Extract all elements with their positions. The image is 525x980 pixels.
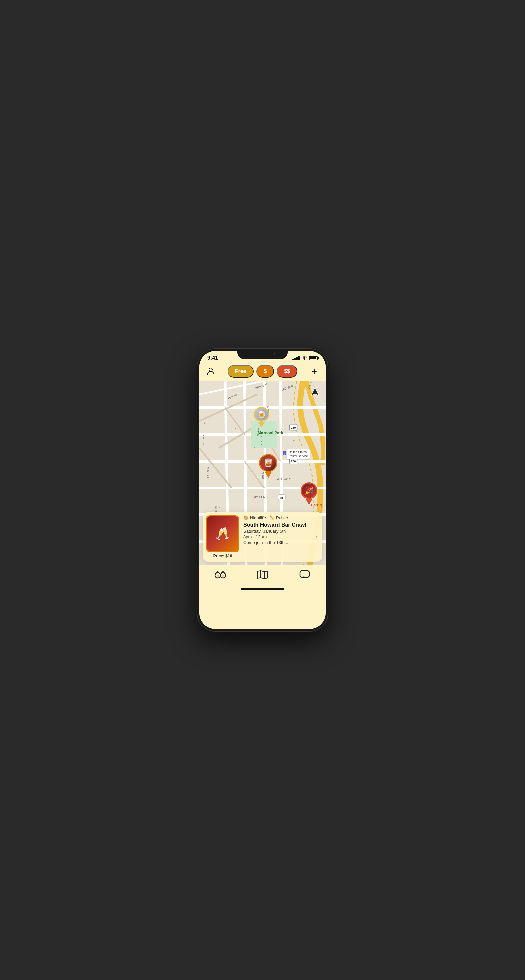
binoculars-icon: [215, 569, 226, 580]
event-time: 8pm - 12pm: [243, 535, 311, 539]
map-icon: [257, 569, 268, 580]
svg-text:▾: ▾: [272, 496, 273, 499]
person-icon: [206, 367, 215, 376]
svg-text:▸: ▸: [219, 506, 220, 509]
discover-nav-item[interactable]: [215, 569, 226, 580]
svg-text:N: N: [203, 423, 206, 425]
toolbar: Free $ $$ +: [199, 362, 326, 381]
svg-text:31: 31: [280, 496, 283, 500]
map-background: ▸ ▸ ▾ ▸ ▸ ▸ 280 280 31 11 78: [199, 381, 326, 565]
chat-icon: [299, 569, 310, 580]
svg-text:2nd Ave N: 2nd Ave N: [277, 477, 290, 480]
home-indicator: [241, 588, 284, 590]
map-nav-item[interactable]: [257, 569, 268, 580]
park-label: Marconi Park: [258, 431, 283, 435]
map-pin-orange[interactable]: 🥃: [259, 454, 277, 478]
event-description: Come join in the 13th...: [243, 540, 311, 545]
notch: [238, 349, 287, 359]
svg-text:23rd St N: 23rd St N: [253, 495, 265, 499]
svg-text:23rd St N: 23rd St N: [207, 466, 210, 478]
svg-point-62: [222, 574, 224, 577]
palette-icon: 🎨: [243, 515, 249, 520]
add-button[interactable]: +: [308, 365, 320, 377]
phone-frame: 9:41: [197, 349, 328, 631]
svg-text:280: 280: [291, 426, 296, 430]
wifi-icon: [302, 356, 307, 360]
signal-icon: [292, 356, 300, 360]
dollar-pill[interactable]: $: [257, 365, 274, 378]
profile-button[interactable]: [205, 365, 217, 377]
event-date: Saturday, January 5th: [243, 529, 311, 534]
event-price: Price: $10: [213, 554, 232, 558]
map-pin-yellow[interactable]: 🍺: [254, 407, 269, 428]
svg-text:4th Ln N: 4th Ln N: [202, 434, 205, 445]
svg-text:5th Ln N: 5th Ln N: [260, 436, 263, 446]
public-tag: ✏️ Public: [269, 515, 287, 520]
map-container[interactable]: ▸ ▸ ▾ ▸ ▸ ▸ 280 280 31 11 78: [199, 381, 326, 565]
event-image: 🥂: [206, 515, 239, 552]
svg-text:280: 280: [291, 460, 296, 463]
nightlife-tag: 🎨 Nightlife: [243, 515, 266, 520]
free-pill[interactable]: Free: [228, 365, 254, 378]
svg-text:▸: ▸: [254, 445, 256, 449]
battery-icon: [309, 356, 318, 360]
double-dollar-pill[interactable]: $$: [276, 365, 297, 378]
navigation-arrow[interactable]: [310, 387, 320, 397]
card-chevron-right[interactable]: ›: [315, 515, 319, 558]
map-pin-red[interactable]: 🎉: [301, 482, 318, 505]
svg-marker-63: [257, 571, 268, 579]
event-info: 🎨 Nightlife ✏️ Public South Howard Bar C…: [243, 515, 311, 558]
bottom-navigation: [199, 565, 326, 587]
svg-rect-66: [300, 571, 309, 577]
svg-text:rd Ave N: rd Ave N: [199, 498, 200, 508]
camera: [272, 352, 276, 356]
edit-icon: ✏️: [269, 515, 274, 520]
event-tags: 🎨 Nightlife ✏️ Public: [243, 515, 311, 520]
svg-point-0: [209, 368, 212, 371]
svg-text:✉: ✉: [284, 453, 285, 455]
event-title: South Howard Bar Crawl: [243, 522, 311, 528]
postal-service-label: United StatesPostal Service: [287, 449, 310, 459]
status-time: 9:41: [207, 355, 218, 361]
svg-point-61: [217, 574, 219, 577]
event-card[interactable]: 🥂 Price: $10 🎨 Nightlife ✏️: [203, 512, 322, 562]
phone-screen: 9:41: [199, 351, 326, 629]
messages-nav-item[interactable]: [299, 569, 310, 580]
svg-text:2nd St N: 2nd St N: [199, 474, 200, 485]
svg-text:▸: ▸: [293, 439, 295, 442]
svg-marker-58: [311, 388, 319, 396]
status-icons: [292, 356, 318, 360]
price-filter-pills: Free $ $$: [220, 365, 305, 378]
